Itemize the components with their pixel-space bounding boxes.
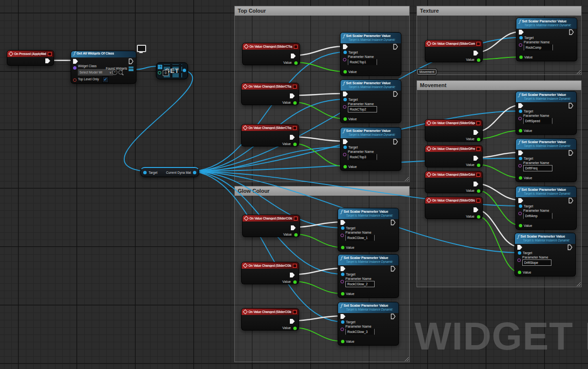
exec-out-pin[interactable] [569,150,573,156]
event-node-header[interactable]: On Value Changed (SliderDSpeed) [425,120,482,126]
event-node-ev_dfreq[interactable]: On Value Changed (SliderDFreq) Value [425,145,483,167]
bind-icon[interactable] [48,52,52,56]
parameter-name-pin[interactable] [343,153,346,156]
event-node-ev_cglow3[interactable]: On Value Changed (SliderCGlow3) Value [241,308,299,331]
comment-header[interactable]: Movement [417,81,581,90]
event-node-header[interactable]: On Value Changed (SliderCTop2) [242,83,299,90]
bind-icon[interactable] [293,85,297,89]
set-scalar-parameter-node-set_dslope[interactable]: ƒ Set Scalar Parameter Value Target is M… [514,233,576,277]
exec-out-pin[interactable] [393,44,398,50]
exec-out-pin[interactable] [474,130,478,135]
value-pin[interactable] [294,233,298,237]
target-pin[interactable] [518,251,521,255]
set-scalar-parameter-node-set_comp[interactable]: ƒ Set Scalar Parameter Value Target is M… [516,18,577,61]
parameter-name-pin[interactable] [518,117,522,120]
exec-in-pin[interactable] [518,150,523,155]
set-scalar-parameter-node-set_dfreq[interactable]: ƒ Set Scalar Parameter Value Target is M… [515,138,577,182]
event-node-header[interactable]: On Value Changed (SliderCTop1) [243,43,300,50]
comment-header[interactable]: Top Colour [235,6,409,16]
set-scalar-parameter-node-set_cglow3[interactable]: ƒ Set Scalar Parameter Value Target is M… [338,302,399,346]
event-node-ev_ctop1[interactable]: On Value Changed (SliderCTop1) Value [242,43,300,65]
exec-out-pin[interactable] [290,273,295,277]
search-icon[interactable] [118,70,123,74]
target-pin[interactable] [519,110,522,113]
set-scalar-parameter-node-set_cglow1[interactable]: ƒ Set Scalar Parameter Value Target is M… [338,208,399,252]
comment-header[interactable]: Texture [417,6,581,16]
event-node-header[interactable]: On Value Changed (SliderCGlow2) [242,262,299,269]
exec-out-pin[interactable] [393,139,398,145]
array-output-pin[interactable] [183,69,186,72]
set-scalar-parameter-node-set_cglow2[interactable]: ƒ Set Scalar Parameter Value Target is M… [338,254,399,298]
exec-out-pin[interactable] [569,198,573,203]
array-pin-icon[interactable] [129,67,133,71]
parameter-name-input[interactable]: DriftAmp [523,213,552,219]
widget-class-pin[interactable] [73,66,76,70]
function-node-header[interactable]: ƒ Set Scalar Parameter Value Target is M… [515,233,575,244]
set-scalar-parameter-node-set_damp[interactable]: ƒ Set Scalar Parameter Value Target is M… [515,186,577,230]
value-pin[interactable] [293,327,297,330]
parameter-name-pin[interactable] [519,43,522,47]
bind-icon[interactable] [476,173,480,177]
target-pin[interactable] [343,98,347,101]
parameter-name-pin[interactable] [341,280,344,283]
parameter-name-pin[interactable] [518,164,522,167]
event-node-ev_ctop2[interactable]: On Value Changed (SliderCTop2) Value [241,83,299,105]
exec-in-pin[interactable] [341,220,345,225]
event-node-ev_damp[interactable]: On Value Changed (SliderDAmp) Value [425,171,483,193]
value-pin[interactable] [518,271,521,274]
array-input-pin[interactable] [158,65,162,69]
resize-handle-icon[interactable] [404,176,409,181]
event-node-header[interactable]: On Value Changed (SliderCTop3) [242,125,299,131]
event-node-header[interactable]: On Value Changed (SliderComp1) [425,40,482,47]
parameter-name-pin[interactable] [343,105,346,109]
target-pin[interactable] [519,204,522,208]
value-pin[interactable] [343,70,347,74]
set-scalar-parameter-node-set_ctop2[interactable]: ƒ Set Scalar Parameter Value Target is M… [340,79,401,123]
exec-out-pin[interactable] [291,54,296,58]
parameter-name-input[interactable]: DriftSlope [522,259,551,266]
exec-out-pin[interactable] [291,225,296,230]
wire-object[interactable] [124,70,192,171]
resize-handle-icon[interactable] [576,281,581,286]
value-pin[interactable] [294,61,298,65]
function-node-header[interactable]: ƒ Set Scalar Parameter Value Target is M… [338,208,398,219]
exec-in-pin[interactable] [73,59,78,64]
value-pin[interactable] [293,143,297,146]
exec-out-pin[interactable] [290,93,295,98]
event-node-ev_ctop3[interactable]: On Value Changed (SliderCTop3) Value [241,124,299,147]
target-pin[interactable] [341,320,344,324]
event-node-header[interactable]: On Pressed (ApplyMat) [7,51,54,57]
value-pin[interactable] [519,129,522,132]
resize-handle-icon[interactable] [404,356,409,361]
target-pin[interactable] [143,171,147,174]
event-node-ev_dslope[interactable]: On Value Changed (SliderDSlope) Value [425,197,483,219]
array-get-node[interactable]: GET 0 [156,62,188,79]
event-node-ev_comp1[interactable]: On Value Changed (SliderComp1) Value [425,40,483,62]
parameter-name-input[interactable]: RockCGlow_3 [345,329,375,335]
resize-handle-icon[interactable] [576,69,581,74]
bind-icon[interactable] [476,42,480,46]
bind-icon[interactable] [293,126,297,130]
exec-out-pin[interactable] [569,29,574,35]
exec-out-pin[interactable] [474,156,478,161]
exec-out-pin[interactable] [129,58,133,64]
exec-in-pin[interactable] [518,103,523,108]
event-node-header[interactable]: On Value Changed (SliderCGlow3) [242,309,299,315]
event-node-header[interactable]: On Value Changed (SliderDFreq) [425,146,482,152]
bind-icon[interactable] [294,217,298,221]
exec-in-pin[interactable] [343,139,348,144]
function-node-header[interactable]: ƒ Set Scalar Parameter Value Target is M… [516,18,577,29]
parameter-name-pin[interactable] [341,234,344,237]
event-node-ev_dspeed[interactable]: On Value Changed (SliderDSpeed) Value [425,119,483,142]
value-pin[interactable] [477,189,480,193]
target-pin[interactable] [343,146,347,149]
bind-icon[interactable] [476,121,480,125]
top-level-only-checkbox[interactable]: ✓ [102,76,109,83]
exec-out-pin[interactable] [45,58,50,63]
plus-icon[interactable]: + [112,70,117,75]
exec-in-pin[interactable] [517,245,522,250]
exec-out-pin[interactable] [391,266,396,272]
exec-out-pin[interactable] [393,91,398,97]
exec-out-pin[interactable] [568,244,572,250]
exec-out-pin[interactable] [474,207,478,212]
